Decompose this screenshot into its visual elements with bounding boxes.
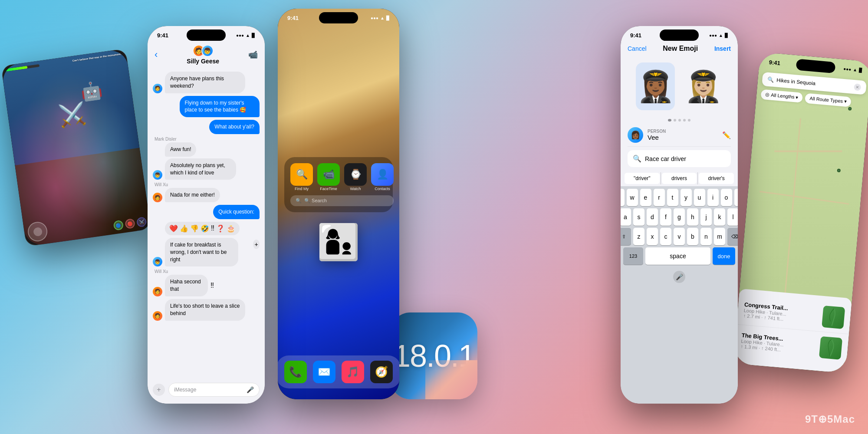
emoji-insert-button[interactable]: Insert [714, 45, 731, 52]
emoji-person-name: Vee [648, 134, 718, 141]
kb-key-p[interactable]: p [734, 189, 738, 206]
kb-key-x[interactable]: x [647, 228, 658, 245]
game-joystick[interactable] [26, 220, 49, 243]
kb-key-c[interactable]: c [660, 228, 671, 245]
kb-key-y[interactable]: y [681, 189, 692, 206]
emoji-dot-3 [678, 119, 681, 122]
emoji-dot-2 [674, 119, 676, 122]
lock-dock-phone[interactable]: 📞 [284, 361, 307, 383]
kb-key-h[interactable]: h [687, 208, 698, 226]
emoji-input-text[interactable]: Race car driver [645, 155, 726, 162]
ios-icon[interactable]: 18.0.1 [391, 312, 477, 399]
suggestion-divider-2 [697, 172, 698, 184]
message-row-9: 👦 If cake for breakfast is wrong, I don'… [153, 238, 260, 266]
messages-list[interactable]: 🧑 Anyone have plans this weekend? Flying… [148, 68, 265, 379]
lock-dock-compass[interactable]: 🧭 [370, 361, 393, 383]
messages-status-icons: ●●● ▲ ▉ [236, 33, 255, 38]
emoji-status-icons: ●●● ▲ ▉ [709, 33, 728, 38]
lock-app-contacts[interactable]: 👤 Contacts [371, 163, 394, 191]
lock-app-facetime-label: FaceTime [320, 187, 337, 191]
kb-key-j[interactable]: j [700, 208, 712, 226]
message-bubble-5: Absolutely no plans yet, which I kind of… [165, 158, 236, 180]
messages-video-button[interactable]: 📹 [248, 50, 258, 59]
kb-key-d[interactable]: d [647, 208, 658, 226]
map-marker-2 [837, 169, 841, 173]
emoji-figure-1[interactable]: 👩🏾‍✈️ [636, 62, 675, 110]
game-btn-a[interactable]: 🔵 [113, 220, 124, 231]
emoji-exclaim[interactable]: ‼️ [211, 224, 214, 233]
messages-input-field[interactable]: iMessage 🎤 [168, 383, 260, 397]
map-search-close-button[interactable]: ✕ [854, 83, 861, 91]
kb-key-w[interactable]: w [627, 189, 638, 206]
kb-key-o[interactable]: o [721, 189, 732, 206]
emoji-heart[interactable]: ❤️ [169, 224, 178, 233]
messages-plus-button[interactable]: + [153, 384, 165, 396]
map-search-text[interactable]: Hikes in Sequoia [776, 77, 852, 90]
message-bubble-7: Quick question: [213, 205, 260, 219]
kb-key-q[interactable]: q [621, 189, 625, 206]
lock-search-icon: 🔍 [296, 198, 302, 204]
map-road-2 [760, 191, 849, 205]
messages-time: 9:41 [157, 32, 168, 39]
lock-dock-mail[interactable]: ✉️ [313, 361, 335, 383]
messages-placeholder: iMessage [174, 387, 196, 393]
map-location-icon: ◎ [765, 92, 770, 98]
messages-mic-icon[interactable]: 🎤 [247, 386, 254, 393]
game-tablet: ⚔️ 🤖 Can't believe that was in the monum… [1, 49, 151, 247]
messages-nav: ‹ 🧑 👦 Silly Geese 📹 [148, 39, 265, 68]
lock-app-findmy[interactable]: 🔍 Find My [290, 163, 313, 191]
lock-app-findmy-icon: 🔍 [290, 163, 313, 186]
kb-key-l[interactable]: l [727, 208, 738, 226]
kb-key-s[interactable]: s [633, 208, 644, 226]
kb-shift-key[interactable]: ⇧ [621, 228, 631, 245]
kb-key-f[interactable]: f [660, 208, 671, 226]
kb-key-k[interactable]: k [714, 208, 725, 226]
emoji-thumbsup[interactable]: 👍 [180, 224, 188, 233]
kb-key-e[interactable]: e [640, 189, 651, 206]
emoji-cake[interactable]: 🎂 [227, 224, 235, 233]
emoji-laugh[interactable]: 🤣 [201, 224, 209, 233]
kb-key-g[interactable]: g [674, 208, 685, 226]
ios-icon-wave [425, 360, 477, 399]
kb-key-v[interactable]: v [674, 228, 685, 245]
kb-key-m[interactable]: m [714, 228, 725, 245]
emoji-suggestion-3[interactable]: driver's [699, 173, 734, 184]
map-filter-route-text: All Route Types ▾ [809, 95, 847, 104]
message-bubble-11: Life's too short to leave a slice behind [165, 299, 245, 321]
emoji-cancel-button[interactable]: Cancel [628, 45, 647, 52]
kb-key-n[interactable]: n [700, 228, 712, 245]
lock-app-watch[interactable]: ⌚ Watch [344, 163, 367, 191]
keyboard-mic-button[interactable]: 🎤 [673, 271, 685, 283]
kb-key-b[interactable]: b [687, 228, 698, 245]
kb-done-key[interactable]: done [713, 247, 735, 265]
kb-key-u[interactable]: u [694, 189, 705, 206]
emoji-time: 9:41 [630, 32, 641, 39]
kb-delete-key[interactable]: ⌫ [727, 228, 738, 245]
lock-search-bar[interactable]: 🔍 🔍 Search [290, 195, 394, 206]
kb-numbers-key[interactable]: 123 [623, 247, 643, 265]
kb-key-i[interactable]: i [707, 189, 719, 206]
emoji-thumbsdown[interactable]: 👎 [190, 224, 199, 233]
message-add-button[interactable]: + [253, 240, 260, 249]
kb-key-z[interactable]: z [633, 228, 644, 245]
kb-space-key[interactable]: space [645, 247, 710, 265]
kb-key-a[interactable]: a [621, 208, 631, 226]
lock-app-watch-icon: ⌚ [344, 163, 367, 186]
emoji-suggestion-2[interactable]: drivers [662, 173, 697, 184]
messages-signal: ●●● [236, 33, 244, 38]
game-joystick-inner [33, 227, 43, 237]
lock-dock-music[interactable]: 🎵 [342, 361, 364, 383]
map-result-1-thumb [822, 306, 845, 329]
emoji-question[interactable]: ❓ [216, 224, 225, 233]
emoji-figure-2[interactable]: 👩🏼‍✈️ [684, 62, 723, 110]
emoji-suggestion-1[interactable]: "driver" [625, 173, 660, 184]
lock-app-facetime[interactable]: 📹 FaceTime [317, 163, 340, 191]
game-btn-b[interactable]: 🔴 [125, 218, 135, 229]
game-btn-c[interactable]: ⚔️ [136, 217, 147, 227]
emoji-edit-icon[interactable]: ✏️ [722, 131, 731, 139]
messages-back-button[interactable]: ‹ [155, 49, 158, 60]
emoji-input-area[interactable]: 🔍 Race car driver [628, 150, 731, 167]
emoji-person-avatar: 👩🏾 [628, 127, 643, 143]
kb-key-r[interactable]: r [654, 189, 665, 206]
kb-key-t[interactable]: t [667, 189, 678, 206]
